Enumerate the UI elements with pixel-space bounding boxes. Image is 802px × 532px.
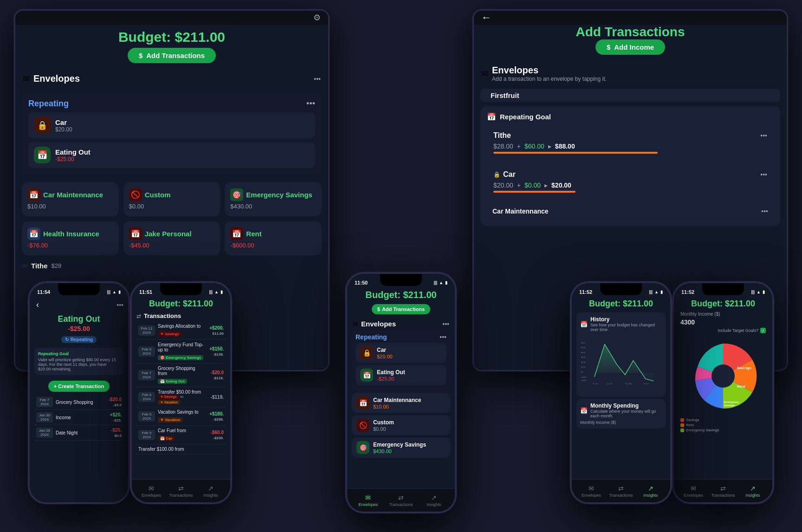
tab-transactions-4[interactable]: ⇄ Transactions (606, 485, 636, 498)
phone3-budget: Budget: $211.00 (347, 288, 455, 302)
tab-envelopes-5[interactable]: ✉ Envelopes (679, 485, 708, 498)
car-maint-goal-card[interactable]: Car Maintennance ••• (487, 203, 774, 220)
tab-envelopes-4[interactable]: ✉ Envelopes (576, 485, 606, 498)
time-4: 11:52 (579, 289, 592, 295)
tithe-total: $88.00 (555, 143, 575, 150)
include-goals-checkbox[interactable]: ✓ (760, 328, 766, 333)
tx3-date: Feb 72024 (138, 370, 155, 380)
car-env-name-3: Car (377, 347, 442, 353)
dollar-icon: $ (139, 52, 142, 59)
phone-piechart: 11:52 ||| ▲ ▮ Budget: $211.00 Monthly In… (672, 281, 774, 504)
car-icon: 🔒 (34, 117, 51, 134)
car-total: $20.00 (551, 182, 571, 189)
monthly-income-label-4: Monthly Income ($) (580, 420, 662, 425)
grocery-amount: -$20.0-$5.0 (105, 397, 122, 407)
custom-card[interactable]: 🚫 Custom $0.00 (123, 182, 220, 216)
car-maint-name-3: Car Maintennance (373, 397, 446, 403)
tablet-add-transactions-btn[interactable]: $ Add Transactions (128, 48, 216, 63)
savings-pie-label: Savings (737, 366, 751, 370)
rent-card[interactable]: 📅 Rent -$600.00 (225, 221, 322, 255)
tx3-tag: 📅 Eating Out (158, 379, 187, 384)
tx5-desc: Vacation Savings to (158, 409, 204, 415)
phone2-transactions: Feb 112024 Savings Allocation to ▼ Savin… (132, 321, 230, 454)
more-options-icon[interactable]: ••• (314, 75, 321, 83)
tab-transactions-3[interactable]: ⇄ Transactions (385, 494, 418, 507)
back-icon[interactable]: ← (481, 12, 492, 24)
back-chevron-1[interactable]: ‹ (34, 298, 41, 311)
tx4-date: Feb 62024 (138, 392, 155, 402)
dollar-icon-3: $ (377, 306, 380, 312)
tab-insights-4[interactable]: ↗ Insights (636, 485, 666, 498)
transfer-50-tx[interactable]: Feb 62024 Transfer $50.00 from ▼ Savings… (136, 387, 226, 407)
tablet-right-title: Add Transactions (474, 25, 787, 39)
repeating-dots-3[interactable]: ••• (440, 333, 446, 341)
tithe-dots[interactable]: ••• (760, 132, 767, 139)
eating-out-item-3[interactable]: 📅 Eating Out -$25.00 (356, 365, 446, 385)
svg-text:$500: $500 (581, 346, 586, 349)
tab-insights-2[interactable]: ↗ Insights (196, 485, 226, 498)
transfer-100-tx[interactable]: Transfer $100.00 from (136, 444, 226, 454)
monthly-icon: 📅 (580, 407, 588, 414)
tab-transactions-5[interactable]: ⇄ Transactions (708, 485, 738, 498)
repeat-icon: ↻ (65, 337, 69, 342)
notch-5 (702, 283, 744, 295)
tablet-settings-icon[interactable]: ⚙ (313, 13, 321, 23)
car-fuel-tx[interactable]: Feb 52024 Car Fuel from 📅 Car -$60.0-$23… (136, 426, 226, 444)
eating-out-envelope-item[interactable]: 📅 Eating Out -$25.00 (28, 142, 315, 168)
env-dots-3[interactable]: ••• (442, 320, 449, 328)
grocery-shopping-tx[interactable]: Feb 72024 Grocery Shopping from 📅 Eating… (136, 363, 226, 387)
phone1-content: Repeating Goal Valet will prioritize get… (30, 345, 128, 441)
emergency-fund-tx[interactable]: Feb 92024 Emergency Fund Top-up to 🎯 Eme… (136, 340, 226, 363)
car-maint-item-3[interactable]: 📅 Car Maintennance $10.00 (352, 393, 450, 413)
income-transaction[interactable]: Jan 302024 Income +$20.-$25. (34, 410, 123, 425)
tab-envelopes-3[interactable]: ✉ Envelopes (352, 494, 385, 507)
create-transaction-btn[interactable]: + Create Transaction (48, 381, 110, 392)
add-income-btn[interactable]: $ Add Income (595, 39, 665, 55)
tx5-date: Feb 52024 (138, 411, 155, 422)
emergency-icon-3: 🎯 (356, 441, 369, 454)
tab-envelopes-2[interactable]: ✉ Envelopes (136, 485, 166, 498)
tithe-card[interactable]: Tithe ••• $28.00 + $60.00 ▸ $88.00 (487, 125, 774, 160)
tab-insights-3[interactable]: ↗ Insights (417, 494, 450, 507)
tab-transactions-2[interactable]: ⇄ Transactions (166, 485, 196, 498)
tab-insights-5[interactable]: ↗ Insights (738, 485, 768, 498)
time-2: 11:51 (139, 289, 152, 295)
tx6-tag: 📅 Car (158, 436, 175, 441)
tx5-amount: +$180.-$299. (207, 411, 224, 422)
emergency-savings-card[interactable]: 🎯 Emergency Savings $430.00 (225, 182, 322, 216)
phone3-add-btn[interactable]: $ Add Transactions (372, 304, 430, 314)
car-dots[interactable]: ••• (760, 171, 767, 178)
car-envelope-item[interactable]: 🔒 Car $20.00 (28, 112, 315, 138)
transactions-tab-label-5: Transactions (711, 493, 735, 498)
jake-icon: 📅 (129, 227, 142, 240)
date-night-transaction[interactable]: Jan 282024 Date Night -$25.$0.0 (34, 425, 123, 441)
firstfruit-row[interactable]: Firstfruit (480, 89, 780, 102)
status-icons-3: ||| ▲ ▮ (434, 280, 447, 285)
health-insurance-card[interactable]: 📅 Health Insurance -$76.00 (22, 221, 119, 255)
car-maint-goal-name: Car Maintennance (492, 208, 549, 215)
eating-out-item-name: Eating Out (55, 148, 91, 156)
car-goal-card[interactable]: 🔒 Car ••• $20.00 + $0.00 ▸ $20.00 (487, 164, 774, 199)
custom-item-3[interactable]: 🚫 Custom $0.00 (352, 415, 450, 435)
emergency-item-3[interactable]: 🎯 Emergency Savings $430.00 (352, 437, 450, 458)
tx1-amount: +$200.$11.00 (207, 325, 224, 336)
repeating-more-icon[interactable]: ••• (306, 99, 315, 109)
savings-alloc-tx[interactable]: Feb 112024 Savings Allocation to ▼ Savin… (136, 321, 226, 340)
jake-personal-card[interactable]: 📅 Jake Personal -$45.00 (123, 221, 220, 255)
wifi-icon-5: ▲ (757, 290, 761, 294)
tx6-desc: Car Fuel from (158, 428, 204, 433)
health-name: Health Insurance (43, 230, 99, 238)
svg-text:$200: $200 (581, 361, 586, 363)
status-icons-4: ||| ▲ ▮ (649, 290, 663, 294)
line-chart-svg: $641 $500 $400 $300 $200 $100 $0 -$100 -… (580, 335, 662, 390)
car-maint-dots[interactable]: ••• (761, 208, 768, 215)
grocery-transaction[interactable]: Feb 72024 Grocery Shopping -$20.0-$5.0 (34, 395, 123, 410)
vacation-savings-tx[interactable]: Feb 52024 Vacation Savings to ▼ Vacation… (136, 407, 226, 426)
phone5-income-label: Monthly Income ($) (679, 311, 768, 318)
car-maintennance-card[interactable]: 📅 Car Maintennance $10.00 (22, 182, 119, 216)
car-item-3[interactable]: 🔒 Car $20.00 (356, 343, 446, 363)
wifi-icon-1: ▲ (112, 290, 116, 294)
eating-out-dots[interactable]: ••• (116, 301, 123, 309)
envelopes-subtitle: Add a transaction to an envelope by tapp… (492, 76, 607, 82)
wifi-icon-4: ▲ (654, 290, 659, 294)
